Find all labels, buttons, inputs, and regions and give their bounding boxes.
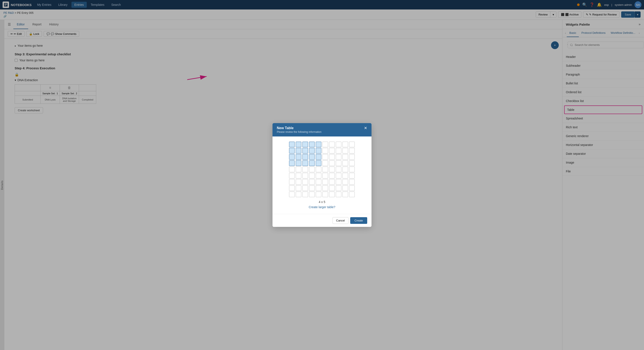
grid-cell[interactable] [289,179,295,185]
grid-cell[interactable] [316,142,321,147]
grid-cell[interactable] [336,179,341,185]
grid-cell[interactable] [302,166,308,172]
grid-cell[interactable] [316,173,321,178]
grid-cell[interactable] [336,185,341,191]
modal-header: New Table Please review the following in… [272,123,372,136]
grid-cell[interactable] [342,142,348,147]
grid-cell[interactable] [302,142,308,147]
create-larger-table-link[interactable]: Create larger table? [278,205,366,209]
grid-cell[interactable] [309,166,315,172]
grid-cell[interactable] [309,179,315,185]
grid-cell[interactable] [296,148,301,154]
grid-cell[interactable] [316,166,321,172]
grid-cell[interactable] [296,142,301,147]
grid-cell[interactable] [296,160,301,166]
grid-cell[interactable] [336,173,341,178]
grid-cell[interactable] [296,192,301,197]
grid-cell[interactable] [309,192,315,197]
grid-cell[interactable] [309,173,315,178]
grid-cell[interactable] [349,160,355,166]
grid-cell[interactable] [342,192,348,197]
grid-cell[interactable] [322,185,328,191]
grid-cell[interactable] [309,185,315,191]
grid-cell[interactable] [289,148,295,154]
grid-cell[interactable] [342,185,348,191]
grid-cell[interactable] [316,192,321,197]
grid-cell[interactable] [322,142,328,147]
grid-cell[interactable] [296,166,301,172]
grid-cell[interactable] [329,179,335,185]
grid-cell[interactable] [329,185,335,191]
grid-cell[interactable] [322,173,328,178]
table-size-label: 4 x 5 [278,200,366,204]
grid-cell[interactable] [289,192,295,197]
grid-cell[interactable] [349,185,355,191]
grid-cell[interactable] [329,173,335,178]
grid-cell[interactable] [342,166,348,172]
cancel-button[interactable]: Cancel [332,217,348,224]
grid-cell[interactable] [289,142,295,147]
grid-cell[interactable] [289,185,295,191]
grid-cell[interactable] [302,173,308,178]
grid-cell[interactable] [316,148,321,154]
table-size-grid [289,142,355,197]
grid-cell[interactable] [316,179,321,185]
new-table-modal: New Table Please review the following in… [272,123,372,227]
grid-cell[interactable] [336,154,341,160]
grid-cell[interactable] [336,142,341,147]
grid-cell[interactable] [349,142,355,147]
modal-overlay[interactable]: New Table Please review the following in… [0,0,644,350]
grid-cell[interactable] [329,166,335,172]
grid-cell[interactable] [302,148,308,154]
grid-cell[interactable] [302,154,308,160]
grid-cell[interactable] [309,148,315,154]
modal-close-button[interactable]: ✕ [364,126,367,130]
grid-cell[interactable] [336,166,341,172]
grid-cell[interactable] [336,192,341,197]
grid-cell[interactable] [289,154,295,160]
grid-cell[interactable] [309,154,315,160]
grid-cell[interactable] [296,173,301,178]
grid-cell[interactable] [336,160,341,166]
grid-cell[interactable] [329,148,335,154]
grid-cell[interactable] [349,166,355,172]
grid-cell[interactable] [329,192,335,197]
grid-cell[interactable] [322,154,328,160]
grid-cell[interactable] [329,154,335,160]
grid-cell[interactable] [349,192,355,197]
grid-cell[interactable] [296,154,301,160]
grid-cell[interactable] [336,148,341,154]
grid-cell[interactable] [342,154,348,160]
grid-cell[interactable] [302,185,308,191]
grid-cell[interactable] [342,179,348,185]
grid-cell[interactable] [296,179,301,185]
grid-cell[interactable] [322,160,328,166]
grid-cell[interactable] [322,192,328,197]
modal-body: 4 x 5 Create larger table? [272,136,372,214]
grid-cell[interactable] [322,166,328,172]
grid-cell[interactable] [302,192,308,197]
grid-cell[interactable] [349,148,355,154]
grid-cell[interactable] [309,160,315,166]
grid-cell[interactable] [296,185,301,191]
grid-cell[interactable] [289,173,295,178]
grid-cell[interactable] [342,148,348,154]
create-button[interactable]: Create [350,217,367,224]
grid-cell[interactable] [322,179,328,185]
grid-cell[interactable] [322,148,328,154]
grid-cell[interactable] [349,154,355,160]
grid-cell[interactable] [316,185,321,191]
grid-cell[interactable] [342,173,348,178]
grid-cell[interactable] [329,142,335,147]
grid-cell[interactable] [342,160,348,166]
grid-cell[interactable] [316,160,321,166]
grid-cell[interactable] [349,179,355,185]
grid-cell[interactable] [309,142,315,147]
grid-cell[interactable] [329,160,335,166]
grid-cell[interactable] [289,160,295,166]
grid-cell[interactable] [349,173,355,178]
grid-cell[interactable] [302,160,308,166]
grid-cell[interactable] [316,154,321,160]
grid-cell[interactable] [302,179,308,185]
grid-cell[interactable] [289,166,295,172]
